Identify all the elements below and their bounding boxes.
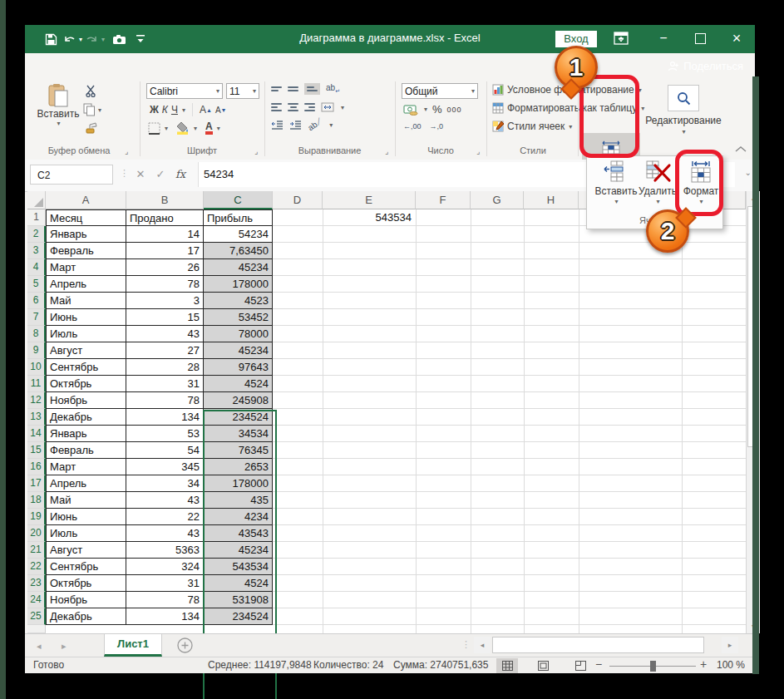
sheet-nav-left-icon[interactable]: ◂ bbox=[37, 641, 42, 652]
cell-B21[interactable]: 5363 bbox=[126, 542, 204, 559]
cell-A23[interactable]: Октябрь bbox=[46, 575, 126, 592]
cell-A12[interactable]: Ноябрь bbox=[46, 392, 126, 409]
row-header-23[interactable]: 23 bbox=[27, 575, 46, 592]
row-header-6[interactable]: 6 bbox=[27, 293, 46, 309]
cell-B22[interactable]: 324 bbox=[126, 559, 204, 575]
align-top-icon[interactable] bbox=[271, 85, 282, 93]
column-header-A[interactable]: A bbox=[46, 191, 126, 209]
cell-C16[interactable]: 2653 bbox=[204, 459, 273, 475]
cell-A19[interactable]: Июнь bbox=[46, 509, 126, 525]
horizontal-scroll-thumb[interactable] bbox=[492, 637, 704, 653]
row-header-13[interactable]: 13 bbox=[27, 409, 46, 426]
minimize-button[interactable]: − bbox=[645, 25, 682, 53]
cell-C13[interactable]: 234524 bbox=[204, 409, 273, 426]
cell-B15[interactable]: 54 bbox=[126, 442, 204, 459]
cell-B9[interactable]: 27 bbox=[126, 342, 204, 359]
bold-button[interactable]: Ж bbox=[150, 104, 159, 116]
cell-B18[interactable]: 43 bbox=[126, 492, 204, 509]
cell-B19[interactable]: 22 bbox=[126, 509, 204, 525]
cell-C8[interactable]: 78000 bbox=[204, 326, 273, 342]
format-painter-icon[interactable] bbox=[85, 121, 98, 135]
row-header-14[interactable]: 14 bbox=[27, 426, 46, 442]
format-as-table-button[interactable]: Форматировать как таблицу bbox=[507, 102, 637, 114]
sheet-nav-right-icon[interactable]: ▸ bbox=[62, 641, 67, 652]
grow-font-button[interactable]: А▲ bbox=[200, 104, 212, 116]
cell-C18[interactable]: 435 bbox=[204, 492, 273, 509]
cell-A4[interactable]: Март bbox=[46, 259, 126, 276]
cell-C15[interactable]: 76345 bbox=[204, 442, 273, 459]
cell-A24[interactable]: Ноябрь bbox=[46, 592, 126, 608]
delete-cells-button[interactable]: Удалить▾ bbox=[637, 160, 678, 205]
number-format-select[interactable]: Общий▾ bbox=[402, 83, 478, 99]
cancel-entry-icon[interactable]: ✕ bbox=[131, 165, 150, 185]
cell-A7[interactable]: Июнь bbox=[46, 309, 126, 326]
cell-B24[interactable]: 78 bbox=[126, 592, 204, 608]
conditional-formatting-icon[interactable] bbox=[492, 84, 504, 96]
collapse-ribbon-icon[interactable] bbox=[735, 141, 747, 156]
cell-A6[interactable]: Май bbox=[46, 293, 126, 309]
row-header-2[interactable]: 2 bbox=[27, 226, 46, 243]
row-header-7[interactable]: 7 bbox=[27, 309, 46, 326]
cell-B17[interactable]: 34 bbox=[126, 475, 204, 492]
cell-B5[interactable]: 78 bbox=[126, 276, 204, 293]
cell-B12[interactable]: 78 bbox=[126, 392, 204, 409]
format-as-table-icon[interactable] bbox=[492, 102, 504, 114]
cell-C3[interactable]: 7,63450 bbox=[204, 243, 273, 259]
orientation-icon[interactable]: ab⟋ bbox=[306, 116, 324, 133]
row-header-9[interactable]: 9 bbox=[27, 342, 46, 359]
close-button[interactable]: × bbox=[718, 25, 755, 53]
cell-C24[interactable]: 531908 bbox=[204, 592, 273, 608]
row-header-17[interactable]: 17 bbox=[27, 475, 46, 492]
cell-A11[interactable]: Октябрь bbox=[46, 376, 126, 392]
underline-button[interactable]: Ч bbox=[171, 104, 178, 116]
hscroll-right-icon[interactable]: ▸ bbox=[722, 637, 738, 653]
cell-B25[interactable]: 134 bbox=[126, 608, 204, 625]
cell-C17[interactable]: 178000 bbox=[204, 475, 273, 492]
row-header-11[interactable]: 11 bbox=[27, 376, 46, 392]
cell-C7[interactable]: 53452 bbox=[204, 309, 273, 326]
cell-A20[interactable]: Июль bbox=[46, 525, 126, 542]
row-header-5[interactable]: 5 bbox=[27, 276, 46, 293]
sheet-tab-active[interactable]: Лист1 bbox=[104, 634, 162, 657]
tabbar-splitter[interactable]: ⋮ bbox=[461, 639, 471, 650]
cell-C1[interactable]: Прибыль bbox=[204, 209, 273, 226]
align-left-icon[interactable] bbox=[271, 101, 282, 113]
row-header-15[interactable]: 15 bbox=[27, 442, 46, 459]
row-header-18[interactable]: 18 bbox=[27, 492, 46, 509]
page-layout-view-icon[interactable] bbox=[532, 658, 554, 673]
insert-cells-button[interactable]: Вставить▾ bbox=[595, 160, 637, 205]
cell-E1[interactable]: 543534 bbox=[323, 209, 416, 226]
row-header-19[interactable]: 19 bbox=[27, 509, 46, 525]
confirm-entry-icon[interactable]: ✓ bbox=[151, 165, 170, 185]
cell-C9[interactable]: 45234 bbox=[204, 342, 273, 359]
row-header-12[interactable]: 12 bbox=[27, 392, 46, 409]
maximize-button[interactable] bbox=[682, 25, 718, 53]
percent-style-button[interactable]: % bbox=[432, 103, 442, 116]
cell-A21[interactable]: Август bbox=[46, 542, 126, 559]
find-select-icon[interactable] bbox=[668, 85, 699, 111]
increase-indent-icon[interactable] bbox=[289, 120, 302, 130]
cell-A1[interactable]: Месяц bbox=[46, 209, 126, 226]
cell-C14[interactable]: 34534 bbox=[204, 426, 273, 442]
row-header-8[interactable]: 8 bbox=[27, 326, 46, 342]
cell-C23[interactable]: 4524 bbox=[204, 575, 273, 592]
merge-center-icon[interactable] bbox=[321, 102, 334, 112]
share-button[interactable]: Поделиться bbox=[668, 53, 743, 78]
copy-icon[interactable]: ▾ bbox=[83, 103, 101, 116]
namebox-splitter[interactable]: ⋮ bbox=[120, 168, 129, 179]
zoom-slider-thumb[interactable] bbox=[650, 661, 656, 672]
paste-button[interactable]: Вставить▾ bbox=[37, 83, 80, 127]
cell-B4[interactable]: 26 bbox=[126, 259, 204, 276]
row-header-10[interactable]: 10 bbox=[27, 359, 46, 376]
cell-B13[interactable]: 134 bbox=[126, 409, 204, 426]
cut-icon[interactable] bbox=[85, 85, 98, 97]
row-header-25[interactable]: 25 bbox=[27, 608, 46, 625]
cell-C4[interactable]: 45234 bbox=[204, 259, 273, 276]
cell-A25[interactable]: Декабрь bbox=[46, 608, 126, 625]
cell-B14[interactable]: 53 bbox=[126, 426, 204, 442]
cell-B8[interactable]: 43 bbox=[126, 326, 204, 342]
cell-A15[interactable]: Февраль bbox=[46, 442, 126, 459]
column-header-E[interactable]: E bbox=[323, 191, 416, 209]
cell-B3[interactable]: 17 bbox=[126, 243, 204, 259]
row-header-22[interactable]: 22 bbox=[27, 559, 46, 575]
